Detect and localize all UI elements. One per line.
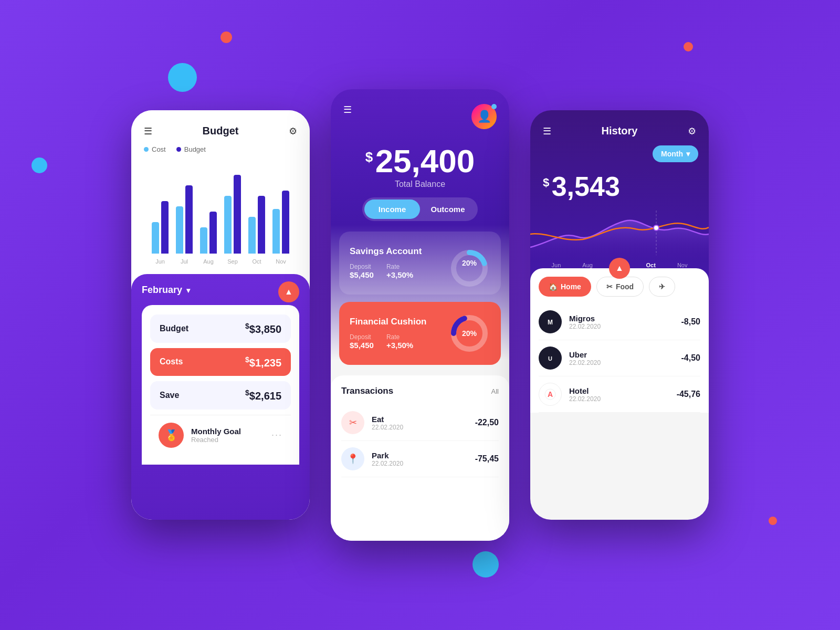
phones-container: ☰ Budget ⚙ Cost Budget Jun: [131, 89, 709, 541]
savings-deposit-value: $5,450: [350, 270, 374, 279]
balance-amount-num: 25,400: [375, 143, 475, 179]
cushion-donut: 20%: [448, 312, 490, 354]
cushion-deposit: Deposit $5,450: [350, 333, 374, 350]
hist-icon-migros: M: [539, 310, 562, 333]
cushion-info: Financial Cushion Deposit $5,450 Rate +3…: [350, 317, 426, 350]
hist-icon-hotel: A: [539, 383, 562, 406]
cushion-deposit-value: $5,450: [350, 341, 374, 350]
hist-info-uber: Uber 22.02.2020: [569, 350, 674, 366]
budget-up-button[interactable]: ▲: [278, 281, 299, 302]
tab-food[interactable]: ✂ Food: [596, 277, 644, 297]
history-filter-icon[interactable]: ⚙: [688, 125, 696, 137]
month-dropdown-label: Month: [661, 150, 683, 158]
tab-home[interactable]: 🏠 Home: [539, 277, 591, 297]
hist-date-migros: 22.02.2020: [569, 323, 674, 330]
cushion-donut-label: 20%: [462, 329, 477, 338]
deco-dot-4: [472, 551, 499, 578]
budget-card-save-value: $$2,615: [245, 388, 281, 402]
income-button[interactable]: Income: [364, 200, 420, 219]
phone-history: ☰ History ⚙ Month ▾ $ 3,543: [530, 110, 709, 520]
legend-budget-dot: [176, 147, 181, 152]
transactions-all[interactable]: All: [491, 387, 499, 395]
budget-title: Budget: [203, 125, 239, 137]
tx-name-park: Park: [372, 451, 468, 460]
goal-menu-dots[interactable]: ···: [271, 429, 282, 440]
outcome-button[interactable]: Outcome: [420, 200, 476, 219]
savings-row: Deposit $5,450 Rate +3,50%: [350, 263, 422, 280]
balance-label: Total Balance: [331, 180, 509, 189]
svg-text:U: U: [548, 355, 552, 362]
savings-rate-value: +3,50%: [386, 270, 413, 279]
goal-subtitle: Reached: [191, 436, 264, 444]
legend-cost-label: Cost: [152, 145, 166, 153]
home-icon: 🏠: [549, 282, 558, 291]
month-name: February: [142, 285, 182, 296]
chart-label-oct: Oct: [646, 262, 656, 268]
bar-label-jun: Jun: [155, 258, 165, 265]
bar-cost-sep: [224, 196, 232, 254]
hist-item-uber: U Uber 22.02.2020 -4,50: [539, 340, 700, 376]
savings-deposit-label: Deposit: [350, 263, 374, 270]
avatar-wrap: 👤: [471, 104, 497, 129]
history-amount: $ 3,543: [530, 167, 709, 200]
bar-chart: Jun Jul Aug: [131, 160, 310, 265]
hist-amount-hotel: -45,76: [677, 390, 700, 399]
budget-card-budget-value: $$3,850: [245, 322, 281, 335]
deco-dot-1: [220, 32, 232, 43]
history-up-button[interactable]: ▲: [609, 258, 630, 279]
bar-group-nov: Nov: [272, 191, 289, 265]
goal-title: Monthly Goal: [191, 427, 264, 436]
month-dropdown[interactable]: Month ▾: [653, 145, 698, 162]
tx-item-park: 📍 Park 22.02.2020 -75,45: [341, 441, 499, 477]
history-num: 3,543: [552, 171, 620, 202]
tab-travel[interactable]: ✈: [649, 277, 675, 297]
hist-name-migros: Migros: [569, 314, 674, 323]
bar-cost-oct: [248, 217, 256, 254]
chart-label-jun: Jun: [552, 262, 561, 268]
legend-budget-label: Budget: [184, 145, 206, 153]
bar-label-sep: Sep: [227, 258, 238, 265]
tx-info-eat: Eat 22.02.2020: [372, 415, 468, 431]
bar-cost-nov: [272, 209, 280, 254]
goal-text: Monthly Goal Reached: [191, 427, 264, 444]
deco-dot-2: [168, 63, 197, 92]
budget-header: ☰ Budget ⚙: [131, 110, 310, 145]
month-dropdown-chevron: ▾: [686, 150, 690, 158]
tx-amount-park: -75,45: [475, 454, 499, 464]
history-menu-icon[interactable]: ☰: [543, 125, 551, 137]
savings-rate-label: Rate: [386, 263, 413, 270]
savings-deposit: Deposit $5,450: [350, 263, 374, 280]
filter-icon[interactable]: ⚙: [289, 125, 297, 137]
hist-date-hotel: 22.02.2020: [569, 395, 669, 403]
cushion-rate-value: +3,50%: [386, 341, 413, 350]
transactions-section: Transacions All ✂ Eat 22.02.2020 -22,50 …: [331, 375, 509, 541]
phone-balance: ☰ 👤 $ 25,400 Total Balance Income Outcom…: [331, 89, 509, 541]
savings-rate: Rate +3,50%: [386, 263, 413, 280]
month-chevron[interactable]: ▾: [186, 286, 190, 295]
balance-menu-icon[interactable]: ☰: [343, 104, 352, 116]
savings-donut: 20%: [448, 242, 490, 284]
bar-budget-nov: [282, 191, 289, 254]
cushion-card: Financial Cushion Deposit $5,450 Rate +3…: [339, 302, 501, 365]
tx-item-eat: ✂ Eat 22.02.2020 -22,50: [341, 405, 499, 441]
budget-card-costs: Costs $$1,235: [150, 348, 291, 376]
month-selector[interactable]: February ▾: [142, 285, 299, 296]
bar-group-jul: Jul: [176, 185, 193, 265]
chart-legend: Cost Budget: [131, 145, 310, 160]
hist-icon-uber: U: [539, 346, 562, 370]
bar-cost-jun: [152, 222, 159, 254]
budget-wave: February ▾ ▲ Budget $$3,850 Costs $$1,23…: [131, 274, 310, 520]
category-tabs: 🏠 Home ✂ Food ✈: [539, 277, 700, 297]
budget-card-budget-label: Budget: [160, 324, 188, 333]
bar-group-sep: Sep: [224, 175, 241, 265]
hist-info-hotel: Hotel 22.02.2020: [569, 386, 669, 403]
savings-donut-label: 20%: [462, 259, 477, 267]
legend-budget: Budget: [176, 145, 206, 153]
menu-icon[interactable]: ☰: [144, 125, 152, 137]
cushion-deposit-label: Deposit: [350, 333, 374, 341]
history-header: ☰ History ⚙: [530, 110, 709, 145]
cushion-rate-label: Rate: [386, 333, 413, 341]
hist-date-uber: 22.02.2020: [569, 359, 674, 366]
avatar-status-dot: [491, 104, 497, 109]
monthly-goal-row: 🏅 Monthly Goal Reached ···: [150, 415, 291, 455]
